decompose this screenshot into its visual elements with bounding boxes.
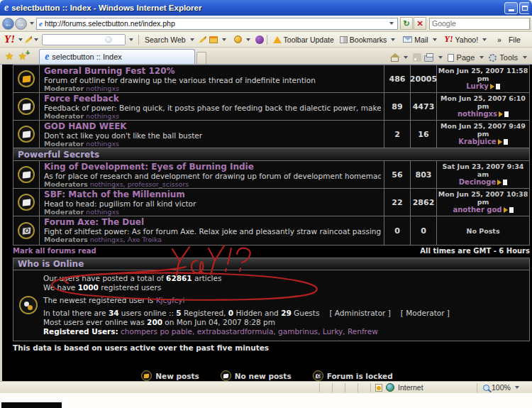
- stop-button[interactable]: ✕: [414, 17, 426, 30]
- mail-icon: [403, 36, 412, 43]
- table-row: SBF: Match of the Millennium Head to hea…: [13, 189, 529, 216]
- goto-page-icon[interactable]: [504, 111, 509, 117]
- rss-feed-icon[interactable]: [413, 53, 421, 62]
- newest-user-line: The newest registered user is Kjcgfcyi: [43, 296, 529, 305]
- tab-favicon-icon: e: [45, 51, 49, 62]
- forum-link[interactable]: General Burning Fest 120%: [44, 67, 381, 76]
- table-row: General Burning Fest 120% Forum of outli…: [13, 65, 529, 93]
- zoom-control[interactable]: 100%: [477, 383, 532, 392]
- category-header[interactable]: Powerful Secrets: [13, 148, 530, 161]
- forum-link[interactable]: King of Development: Eyes of Burning Ind…: [44, 162, 381, 172]
- forum-link[interactable]: GOD HAND WEEK: [44, 122, 381, 131]
- goto-arrow-icon[interactable]: [490, 84, 494, 89]
- administrator-legend: [ Administrator ]: [329, 309, 390, 317]
- goto-page-icon[interactable]: [504, 139, 508, 145]
- forum-description: Forum of outline for drawing up the vari…: [44, 76, 381, 84]
- page-menu-label[interactable]: Page: [457, 53, 475, 62]
- last-post-user-link[interactable]: Decinoge: [459, 178, 496, 187]
- yahoo-menu-dropdown-icon[interactable]: [18, 38, 23, 41]
- toolbar-overflow-button[interactable]: »: [497, 35, 501, 44]
- goto-page-icon[interactable]: [496, 84, 500, 89]
- moderator-link[interactable]: nothingxs: [86, 112, 119, 120]
- posts-count: 0: [411, 216, 437, 245]
- last-post-user-link[interactable]: Krabjuice: [458, 138, 496, 146]
- forum-description: As for place of research and development…: [44, 172, 381, 180]
- moderator-link[interactable]: nothingxs: [86, 140, 119, 148]
- total-articles-line: Our users have posted a total of 62861 a…: [43, 274, 529, 283]
- topics-count: 486: [384, 65, 411, 92]
- forum-table: General Burning Fest 120% Forum of outli…: [13, 65, 530, 148]
- games-button[interactable]: [231, 35, 255, 44]
- url-dropdown-icon[interactable]: [389, 22, 394, 25]
- minimize-button[interactable]: [504, 2, 518, 14]
- forum-page: General Burning Fest 120% Forum of outli…: [0, 65, 532, 381]
- refresh-button[interactable]: ↻: [400, 17, 413, 30]
- google-search-input[interactable]: [430, 19, 530, 28]
- new-tab-button[interactable]: [196, 52, 206, 64]
- tools-gear-icon[interactable]: [489, 54, 497, 62]
- forum-link[interactable]: Force Feedback: [44, 94, 381, 104]
- protected-mode-icon: [375, 384, 382, 392]
- page-menu-icon[interactable]: [448, 54, 454, 62]
- security-zone-panel: Internet: [370, 383, 477, 392]
- messenger-icon[interactable]: [255, 35, 264, 44]
- yahoo-search-input[interactable]: [42, 34, 126, 45]
- yahoo-search-dropdown-icon[interactable]: [129, 38, 133, 41]
- edit-icon[interactable]: [199, 36, 206, 43]
- tools-menu-label[interactable]: Tools: [499, 53, 518, 62]
- bookmarks-button[interactable]: Bookmarks: [337, 35, 401, 45]
- forum-link[interactable]: Forum Axe: The Duel: [44, 218, 381, 227]
- goto-arrow-icon[interactable]: [497, 180, 501, 185]
- google-search-box[interactable]: [429, 18, 530, 30]
- last-post-user-link[interactable]: another god: [453, 206, 501, 214]
- online-user-links[interactable]: chompers po pable, extrabastardformula, …: [121, 327, 378, 336]
- newest-user-link[interactable]: Kjcgfcyi: [156, 296, 185, 304]
- pencil-icon[interactable]: [25, 36, 32, 43]
- moderator-link[interactable]: nothingxs, Axe Troika: [90, 236, 162, 243]
- timezone-label: All times are GMT - 6 Hours: [420, 247, 530, 255]
- goto-arrow-icon[interactable]: [504, 207, 508, 213]
- search-go-button[interactable]: [530, 17, 531, 30]
- goto-page-icon[interactable]: [503, 180, 507, 185]
- menu-file[interactable]: File: [509, 35, 521, 44]
- goto-arrow-icon[interactable]: [498, 139, 502, 145]
- moderator-link[interactable]: nothingxs, professor_scissors: [90, 180, 189, 188]
- mark-forums-read-link[interactable]: Mark all forums read: [13, 247, 96, 255]
- toolbar-update-button[interactable]: Toolbar Update: [270, 35, 337, 45]
- zoom-dropdown-icon[interactable]: [515, 386, 519, 389]
- forum-link[interactable]: SBF: Match of the Millennium: [44, 190, 381, 199]
- home-icon[interactable]: [391, 57, 399, 62]
- topics-count: 2: [384, 121, 411, 148]
- forum-description: Don't act like you don't like the ball b…: [44, 131, 381, 140]
- address-field[interactable]: e: [36, 18, 398, 30]
- favorites-star-icon[interactable]: ★: [5, 50, 14, 62]
- moderator-link[interactable]: nothingxs: [86, 84, 119, 92]
- no-new-posts-icon: [221, 370, 231, 381]
- search-web-button[interactable]: Search Web: [142, 35, 199, 45]
- last-post-user-link[interactable]: Lurky: [466, 82, 489, 91]
- search-bubble-icon: [105, 36, 112, 43]
- window-title: selectbutton :: Index - Windows Internet…: [11, 4, 504, 12]
- pencil-dropdown-icon[interactable]: [34, 38, 38, 41]
- restore-button[interactable]: [519, 2, 529, 14]
- add-favorite-icon[interactable]: ★: [18, 50, 28, 62]
- print-icon[interactable]: [424, 55, 433, 62]
- tab-selectbutton-index[interactable]: e selectbutton :: Index: [39, 49, 195, 64]
- registered-users-list-line: Registered Users: chompers po pable, ext…: [43, 327, 529, 336]
- history-dropdown-icon[interactable]: [30, 22, 34, 25]
- zoom-magnifier-icon: [483, 385, 489, 391]
- goto-arrow-icon[interactable]: [499, 111, 503, 117]
- url-input[interactable]: [45, 19, 387, 28]
- forum-locked-icon: [18, 222, 35, 239]
- yahoo-toolbar: Y! Search Web Toolbar Update Bookmarks M…: [0, 32, 532, 48]
- moderator-link[interactable]: nothingxs: [86, 208, 119, 216]
- apps-button[interactable]: [206, 35, 231, 44]
- yahoo-home-button[interactable]: Y! Yahoo!: [442, 33, 492, 45]
- last-post-user-link[interactable]: nothingxs: [458, 110, 497, 118]
- legend-no-new-posts: No new posts: [221, 370, 292, 381]
- back-button[interactable]: ←: [2, 18, 14, 30]
- yahoo-logo-icon[interactable]: Y!: [4, 33, 15, 45]
- forward-button[interactable]: →: [15, 18, 27, 30]
- mail-button[interactable]: Mail: [400, 35, 441, 45]
- goto-page-icon[interactable]: [509, 207, 514, 213]
